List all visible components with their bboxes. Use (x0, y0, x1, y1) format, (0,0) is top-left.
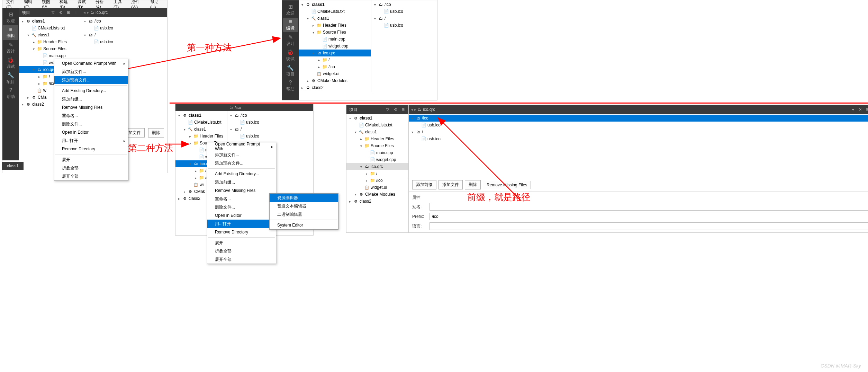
expand-icon[interactable]: ▾ (410, 116, 414, 120)
expand-icon[interactable]: ▾ (306, 17, 310, 20)
tree-item[interactable]: ▾/ico (227, 112, 313, 119)
expand-icon[interactable]: ▸ (193, 169, 198, 173)
tree-item[interactable]: ▸/ico (346, 177, 408, 184)
tree-item[interactable]: main.cpp (299, 36, 371, 43)
sidebar-item-欢迎[interactable]: ⊞欢迎 (3, 10, 18, 25)
menu-item[interactable]: 添加前缀... (207, 178, 276, 186)
menu-item[interactable]: 用...打开▸ (207, 220, 276, 228)
filter-icon[interactable]: ▽ (50, 10, 56, 15)
expand-icon[interactable]: ▾ (20, 19, 25, 23)
expand-icon[interactable]: ▾ (83, 19, 87, 23)
expand-icon[interactable]: ▾ (373, 17, 377, 20)
tree-item[interactable]: ▾class1 (175, 126, 227, 133)
menu-item[interactable]: 添加前缀... (54, 95, 128, 103)
expand-icon[interactable]: ▸ (364, 172, 369, 176)
tree-item[interactable]: ▸Header Files (299, 22, 371, 29)
expand-icon[interactable]: ▸ (311, 24, 315, 27)
tree-item[interactable]: ▸CMake Modules (299, 77, 371, 84)
expand-icon[interactable]: ▸ (306, 79, 310, 83)
resource-tree[interactable]: ▾/icousb.ico▾/usb.ico (371, 0, 437, 92)
expand-icon[interactable]: ▸ (177, 197, 181, 201)
context-menu[interactable]: Open Command Prompt With▸添加新文件...添加现有文件.… (54, 59, 128, 181)
breadcrumb-file[interactable]: /ico (235, 105, 241, 110)
menu-item[interactable]: Add Existing Directory... (54, 87, 128, 95)
expand-icon[interactable]: ▾ (410, 130, 414, 134)
menu-item[interactable]: Open in Editor (207, 211, 276, 220)
menu-item[interactable]: 展开 (207, 239, 276, 247)
menu-item[interactable]: 重命名... (54, 112, 128, 120)
tree-item[interactable]: ▾ico.qrc (346, 163, 408, 170)
tree-item[interactable]: CMakeLists.txt (346, 122, 408, 129)
expand-icon[interactable]: ▸ (353, 193, 358, 196)
project-tree[interactable]: ▾class1CMakeLists.txt▾class1▸Header File… (346, 114, 408, 205)
menu-item[interactable]: Remove Missing Files (207, 186, 276, 195)
menu-item[interactable]: Open in Editor (54, 128, 128, 136)
build-tab[interactable]: class1 (2, 162, 24, 170)
menu-item[interactable]: 删除文件... (54, 120, 128, 128)
nav-fwd-icon[interactable]: ▸ (87, 10, 89, 15)
expand-icon[interactable]: ▸ (317, 58, 321, 62)
sync-icon[interactable]: ⟲ (392, 107, 398, 112)
menu-icon[interactable]: ⋮ (73, 10, 79, 15)
tree-item[interactable]: usb.ico (227, 133, 313, 140)
expand-icon[interactable]: ▸ (348, 200, 352, 203)
language-input[interactable] (430, 222, 868, 230)
tree-item[interactable]: ▾/ico (371, 1, 437, 8)
tree-item[interactable]: widget.cpp (299, 43, 371, 50)
expand-icon[interactable]: ▾ (31, 47, 36, 51)
close-icon[interactable]: ✕ (857, 107, 863, 112)
expand-icon[interactable]: ▾ (26, 33, 30, 37)
tree-item[interactable]: ▸/ico (299, 63, 371, 70)
expand-icon[interactable]: ▸ (37, 75, 41, 79)
menu-item[interactable]: Remove Missing Files (54, 103, 128, 112)
tree-item[interactable]: ▸class2 (299, 84, 371, 91)
sidebar-item-项目[interactable]: 🔧项目 (3, 71, 18, 86)
tree-item[interactable]: usb.ico (227, 119, 313, 126)
tree-item[interactable]: ▾Source Files (19, 45, 81, 52)
nav-back-icon[interactable]: ◂ (411, 107, 413, 112)
expand-icon[interactable]: ▾ (300, 3, 304, 7)
sync-icon[interactable]: ⟲ (58, 10, 63, 15)
expand-icon[interactable]: ▸ (31, 40, 36, 44)
menu-item[interactable]: Open Command Prompt With▸ (54, 59, 128, 68)
expand-icon[interactable]: ▸ (300, 86, 304, 90)
expand-icon[interactable]: ▸ (37, 82, 41, 86)
tree-item[interactable]: widget.cpp (346, 156, 408, 163)
tree-item[interactable]: CMakeLists.txt (19, 25, 81, 32)
menu-item[interactable]: Open Command Prompt With▸ (207, 142, 276, 151)
tree-item[interactable]: ▾class1 (19, 18, 81, 25)
sidebar-item-项目[interactable]: 🔧项目 (283, 63, 298, 78)
tree-item[interactable]: ▾Source Files (299, 29, 371, 36)
split-icon[interactable]: ⊞ (65, 10, 71, 15)
expand-icon[interactable]: ▾ (353, 130, 358, 134)
menu-item[interactable]: 重命名... (207, 195, 276, 203)
tree-item[interactable]: ▾class1 (299, 1, 371, 8)
sidebar-item-设计[interactable]: ✎设计 (283, 33, 298, 47)
menu-item[interactable]: 用...打开▸ (54, 136, 128, 145)
expand-icon[interactable]: ▸ (20, 103, 25, 106)
tree-item[interactable]: ▸/ (299, 56, 371, 63)
tree-item[interactable]: ▾Source Files (346, 142, 408, 149)
expand-icon[interactable]: ▸ (317, 65, 321, 69)
tree-item[interactable]: widget.ui (346, 184, 408, 191)
expand-icon[interactable]: ▾ (311, 51, 315, 55)
expand-icon[interactable]: ▾ (188, 162, 192, 166)
menu-item[interactable]: 二进制编辑器 (270, 210, 338, 219)
tree-item[interactable]: CMakeLists.txt (175, 119, 227, 126)
tree-item[interactable]: ▾class1 (175, 112, 227, 119)
sidebar-item-帮助[interactable]: ?帮助 (3, 86, 18, 101)
nav-fwd-icon[interactable]: ▸ (414, 107, 416, 112)
expand-icon[interactable]: ▸ (182, 190, 187, 194)
menu-item[interactable]: 删除文件... (207, 203, 276, 211)
menu-item[interactable]: 普通文本编辑器 (270, 202, 338, 210)
breadcrumb-file[interactable]: ico.qrc (96, 10, 108, 15)
project-tree[interactable]: ▾class1CMakeLists.txt▾class1▸Header File… (299, 0, 371, 92)
expand-icon[interactable]: ▾ (348, 116, 352, 120)
menu-item[interactable]: Add Existing Directory... (207, 170, 276, 178)
expand-icon[interactable]: ▾ (359, 144, 363, 148)
dropdown-icon[interactable]: ▾ (850, 107, 856, 112)
sidebar-item-帮助[interactable]: ?帮助 (283, 79, 298, 93)
tree-item[interactable]: ▾ico.qrc (299, 50, 371, 56)
tree-item[interactable]: ▾class1 (19, 32, 81, 38)
tree-item[interactable]: main.cpp (19, 52, 81, 59)
